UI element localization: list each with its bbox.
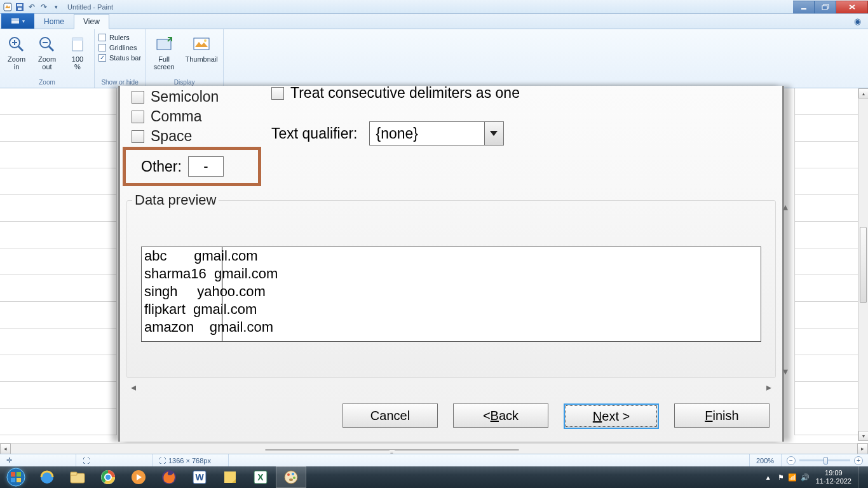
svg-line-16	[49, 46, 53, 51]
chk-comma[interactable]: Comma	[132, 108, 265, 125]
group-zoom: Zoom in Zoom out 100 % Zoom	[0, 29, 95, 88]
group-zoom-label: Zoom	[4, 78, 90, 88]
redo-icon[interactable]: ↷	[39, 2, 49, 12]
canvas-horizontal-scrollbar[interactable]: ◂ ≡ ▸	[0, 443, 868, 454]
task-stickynotes[interactable]	[215, 466, 245, 488]
selection-icon: ⛶	[83, 457, 90, 464]
fullscreen-button[interactable]: Full screen	[149, 31, 179, 71]
data-preview-content: abc gmail.com sharma16 gmail.com singh y…	[142, 247, 761, 336]
scroll-right-icon[interactable]: ▸	[857, 444, 868, 454]
zoom-in-label: Zoom in	[8, 55, 25, 71]
chk-space[interactable]: Space	[132, 128, 265, 145]
zoom-out-label: Zoom out	[38, 55, 56, 71]
tab-home[interactable]: Home	[34, 14, 74, 29]
svg-point-46	[293, 477, 295, 479]
task-word[interactable]: W	[184, 466, 215, 488]
finish-button[interactable]: Finish	[674, 403, 770, 428]
status-zoom-pct: 200%	[750, 454, 782, 466]
checkbox-checked-icon	[98, 54, 106, 62]
svg-rect-25	[11, 472, 15, 477]
checkbox-icon	[132, 130, 144, 143]
other-delimiter-input[interactable]	[188, 156, 224, 177]
svg-rect-28	[17, 478, 21, 482]
restore-button[interactable]	[815, 1, 836, 13]
zoom-slider-thumb[interactable]	[824, 457, 828, 464]
chk-statusbar[interactable]: Status bar	[98, 54, 141, 62]
help-icon[interactable]: ◉	[854, 17, 864, 27]
text-qualifier-select[interactable]: {none}	[369, 121, 504, 146]
canvas-vertical-scrollbar[interactable]: ▴ ▾	[858, 88, 868, 441]
start-button[interactable]	[0, 466, 32, 488]
task-mediaplayer[interactable]	[123, 466, 154, 488]
quick-access-toolbar: ↶ ↷ ▾	[3, 2, 61, 12]
zoom-slider[interactable]: − +	[782, 456, 868, 465]
task-firefox[interactable]	[154, 466, 184, 488]
text-qualifier-label: Text qualifier:	[271, 125, 358, 142]
back-button[interactable]: < Back	[453, 403, 548, 428]
zoom-plus-button[interactable]: +	[854, 456, 863, 465]
checkbox-icon	[271, 87, 284, 100]
chk-semicolon[interactable]: Semicolon	[132, 88, 265, 105]
scroll-left-icon[interactable]: ◂	[0, 444, 11, 454]
preview-hscroll[interactable]: ◂▸	[127, 380, 775, 394]
thumbnail-button[interactable]: Thumbnail	[184, 31, 219, 63]
svg-point-45	[292, 473, 294, 475]
taskbar-date: 11-12-2022	[816, 477, 851, 485]
file-menu-button[interactable]	[1, 13, 34, 29]
task-chrome[interactable]	[93, 466, 123, 488]
zoom-100-button[interactable]: 100 %	[65, 31, 90, 71]
scrollbar-thumb[interactable]: ≡	[265, 449, 519, 451]
system-tray: ▲ ⚑ 📶 🔊 19:09 11-12-2022	[765, 466, 868, 488]
chk-consecutive[interactable]: Treat consecutive delimiters as one	[271, 85, 520, 102]
chk-rulers[interactable]: Rulers	[98, 34, 141, 41]
ribbon-tabs: Home View ◉	[0, 14, 868, 29]
svg-rect-27	[11, 478, 15, 482]
volume-icon[interactable]: 🔊	[801, 473, 810, 482]
cancel-button[interactable]: Cancel	[342, 403, 438, 428]
next-button[interactable]: Next >	[564, 403, 659, 429]
tray-overflow-icon[interactable]: ▲	[765, 474, 771, 481]
taskbar-clock[interactable]: 19:09 11-12-2022	[816, 469, 851, 485]
undo-icon[interactable]: ↶	[27, 2, 37, 12]
zoom-in-button[interactable]: Zoom in	[4, 31, 29, 71]
task-explorer[interactable]	[62, 466, 93, 488]
paint-canvas[interactable]: Semicolon Comma Space Other: Treat conse…	[0, 88, 868, 441]
chk-gridlines[interactable]: Gridlines	[98, 44, 141, 51]
scroll-up-icon[interactable]: ▴	[858, 88, 868, 98]
preview-vscroll[interactable]: ▴▾	[778, 201, 793, 377]
scrollbar-thumb[interactable]	[860, 227, 867, 303]
network-icon[interactable]: 📶	[788, 473, 797, 482]
thumbnail-icon	[193, 34, 210, 55]
zoom-minus-button[interactable]: −	[787, 456, 796, 465]
zoom-slider-track[interactable]	[799, 459, 850, 461]
fullscreen-icon	[155, 34, 173, 55]
delimiter-options: Semicolon Comma Space	[132, 86, 265, 147]
qat-dropdown-icon[interactable]: ▾	[51, 2, 61, 12]
task-paint[interactable]	[276, 466, 306, 488]
tab-view[interactable]: View	[74, 14, 109, 29]
show-desktop-button[interactable]	[858, 466, 864, 488]
zoom-out-icon	[38, 34, 56, 55]
checkbox-icon	[132, 111, 144, 123]
other-delimiter-highlight: Other:	[123, 147, 261, 186]
task-excel[interactable]: X	[245, 466, 276, 488]
close-button[interactable]	[836, 1, 868, 13]
scroll-down-icon[interactable]: ▾	[858, 431, 868, 441]
chk-semicolon-label: Semicolon	[151, 88, 219, 105]
save-icon[interactable]	[15, 2, 25, 12]
task-ie[interactable]	[32, 466, 62, 488]
svg-rect-2	[17, 4, 22, 6]
chk-rulers-label: Rulers	[109, 34, 130, 41]
checkbox-icon	[98, 44, 106, 51]
thumbnail-label: Thumbnail	[185, 55, 217, 63]
svg-rect-3	[18, 8, 22, 10]
flag-icon[interactable]: ⚑	[778, 473, 784, 482]
zoom-out-button[interactable]: Zoom out	[34, 31, 60, 71]
minimize-button[interactable]	[793, 1, 815, 13]
data-preview-label: Data preview	[132, 192, 219, 208]
chk-space-label: Space	[151, 128, 192, 145]
taskbar: W X ▲ ⚑ 📶 🔊 19:09 11-12-2022	[0, 466, 868, 488]
chk-comma-label: Comma	[151, 108, 202, 125]
column-divider	[222, 247, 222, 341]
dimensions-icon: ⛶	[159, 457, 166, 464]
